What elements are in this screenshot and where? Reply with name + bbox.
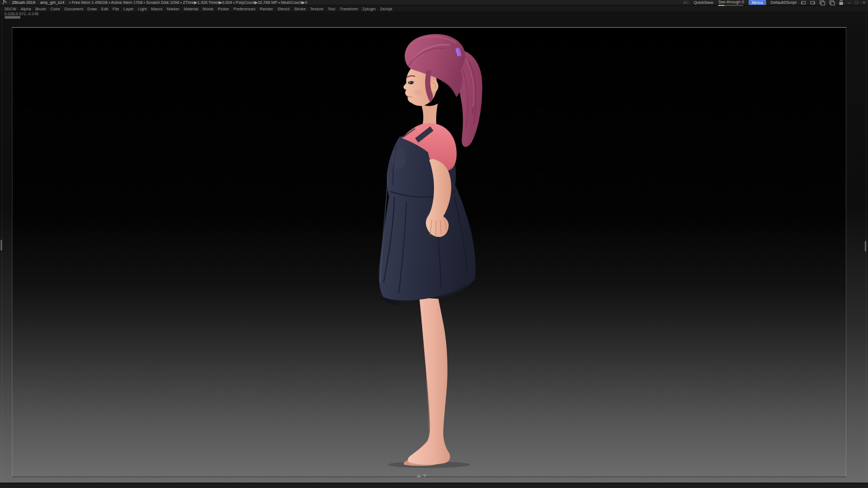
bottom-bar xyxy=(0,483,868,488)
zbrush-logo-icon xyxy=(2,0,7,5)
app-title: ZBrush 2019 xyxy=(12,0,35,5)
zbrush-window: ZBrush 2019 amy_girl_s14 • Free Mem 1.45… xyxy=(0,0,868,488)
grip-up-arrow-icon xyxy=(417,474,421,477)
menu-item-layer[interactable]: Layer xyxy=(124,7,134,11)
menu-item-picker[interactable]: Picker xyxy=(218,7,229,11)
menu-item-document[interactable]: Document xyxy=(65,7,83,11)
menu-item-material[interactable]: Material xyxy=(184,7,199,11)
menu-item-3dcw[interactable]: 3DCW xyxy=(4,7,16,11)
bottom-tray-grip[interactable] xyxy=(417,474,427,477)
menu-bar: 3DCWAlphaBrushColorDocumentDrawEditFileL… xyxy=(0,6,868,11)
minimize-button[interactable]: – xyxy=(848,1,850,5)
menu-item-marker[interactable]: Marker xyxy=(167,7,179,11)
right-tray-grip[interactable] xyxy=(865,241,866,252)
menu-item-color[interactable]: Color xyxy=(50,7,60,11)
menu-item-light[interactable]: Light xyxy=(138,7,146,11)
layout-next-icon[interactable] xyxy=(810,1,815,4)
menu-item-transform[interactable]: Transform xyxy=(340,7,358,11)
menus-button[interactable]: Menus xyxy=(749,0,765,5)
menu-item-zscript[interactable]: Zscript xyxy=(380,7,392,11)
see-through-slider[interactable]: See-through 0 xyxy=(718,0,744,6)
menu-item-brush[interactable]: Brush xyxy=(35,7,46,11)
title-bar: ZBrush 2019 amy_girl_s14 • Free Mem 1.45… xyxy=(0,0,868,5)
lock-icon[interactable] xyxy=(839,2,843,5)
document-canvas[interactable] xyxy=(12,27,846,477)
sculpt-model-amy-girl xyxy=(12,28,847,478)
menu-item-stroke[interactable]: Stroke xyxy=(294,7,306,11)
menu-item-zplugin[interactable]: Zplugin xyxy=(362,7,376,11)
restore-button[interactable]: □ xyxy=(855,1,858,5)
menu-item-file[interactable]: File xyxy=(112,7,119,11)
left-tray-grip[interactable] xyxy=(1,240,2,251)
activity-progress-bar xyxy=(4,16,21,19)
copy-ui-icon[interactable] xyxy=(820,1,825,4)
layout-prev-icon[interactable] xyxy=(801,1,806,4)
grip-down-arrow-icon xyxy=(423,474,427,477)
menu-item-movie[interactable]: Movie xyxy=(202,7,213,11)
ac-indicator: AC xyxy=(683,0,688,5)
menu-item-tool[interactable]: Tool xyxy=(328,7,335,11)
document-title: amy_girl_s14 xyxy=(40,0,65,5)
menu-item-edit[interactable]: Edit xyxy=(101,7,108,11)
menu-item-draw[interactable]: Draw xyxy=(87,7,97,11)
see-through-label: See-through 0 xyxy=(718,0,744,4)
menu-item-macro[interactable]: Macro xyxy=(151,7,163,11)
menu-item-texture[interactable]: Texture xyxy=(310,7,324,11)
menu-item-alpha[interactable]: Alpha xyxy=(21,7,31,11)
quicksave-button[interactable]: QuickSave xyxy=(694,0,713,5)
default-zscript-button[interactable]: DefaultZScript xyxy=(771,0,797,5)
memory-stats: • Free Mem 1.456GB • Active Mem 1708 • S… xyxy=(69,0,308,5)
paste-ui-icon[interactable] xyxy=(829,1,834,4)
close-button[interactable]: × xyxy=(863,1,865,5)
menu-item-preferences[interactable]: Preferences xyxy=(233,7,255,11)
menu-item-render[interactable]: Render xyxy=(260,7,273,11)
menu-item-stencil[interactable]: Stencil xyxy=(277,7,290,11)
